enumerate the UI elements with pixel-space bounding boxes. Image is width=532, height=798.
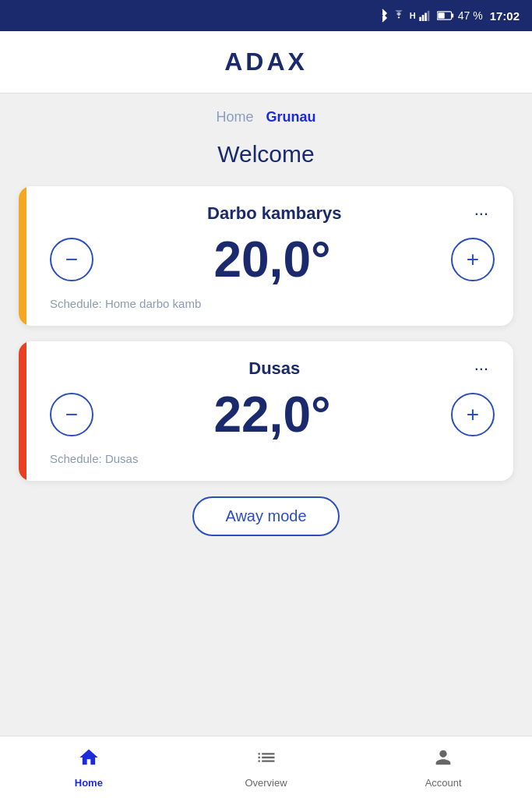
card-controls-darbo: − 20,0° + — [50, 235, 495, 284]
schedule-dusas: Schedule: Dusas — [50, 452, 495, 465]
temp-display-dusas: 22,0° — [213, 390, 330, 440]
increase-temp-dusas[interactable]: + — [451, 393, 495, 436]
card-accent-orange — [19, 341, 26, 481]
temp-display-darbo: 20,0° — [213, 235, 330, 284]
clock: 17:02 — [490, 9, 520, 23]
device-card-dusas: Dusas ··· − 22,0° + Schedule: Dusas — [19, 341, 513, 481]
overview-icon — [255, 747, 277, 774]
device-name-darbo: Darbo kambarys — [81, 203, 468, 224]
bluetooth-icon — [377, 9, 388, 23]
breadcrumb-home[interactable]: Home — [216, 109, 253, 125]
nav-label-home: Home — [75, 777, 103, 789]
away-mode-button[interactable]: Away mode — [192, 496, 339, 536]
signal-bars-icon — [419, 10, 433, 21]
svg-rect-1 — [421, 15, 424, 21]
nav-label-account: Account — [425, 777, 462, 789]
nav-item-account[interactable]: Account — [354, 736, 532, 798]
app-header: ADAX — [0, 31, 532, 94]
nav-item-overview[interactable]: Overview — [178, 736, 355, 798]
increase-temp-darbo[interactable]: + — [451, 238, 495, 281]
decrease-temp-dusas[interactable]: − — [50, 393, 93, 436]
app-logo: ADAX — [224, 48, 308, 76]
signal-h-icon: H — [410, 11, 415, 20]
card-header-dusas: Dusas ··· — [50, 357, 495, 380]
breadcrumb-grunau[interactable]: Grunau — [266, 109, 316, 125]
svg-rect-5 — [451, 13, 453, 17]
decrease-temp-darbo[interactable]: − — [50, 238, 93, 281]
card-accent-yellow — [19, 186, 26, 326]
svg-rect-6 — [438, 12, 444, 19]
card-header-darbo: Darbo kambarys ··· — [50, 202, 495, 225]
nav-item-home[interactable]: Home — [0, 736, 178, 798]
more-options-darbo[interactable]: ··· — [468, 202, 495, 225]
bottom-nav: Home Overview Account — [0, 736, 532, 798]
schedule-darbo: Schedule: Home darbo kamb — [50, 297, 495, 310]
away-mode-container: Away mode — [19, 496, 513, 536]
welcome-title: Welcome — [19, 141, 513, 168]
breadcrumb: Home Grunau — [19, 109, 513, 125]
status-bar: H 47 % 17:02 — [0, 0, 532, 31]
svg-rect-3 — [427, 11, 429, 21]
card-controls-dusas: − 22,0° + — [50, 390, 495, 440]
device-name-dusas: Dusas — [81, 358, 468, 379]
battery-icon — [437, 11, 454, 20]
svg-rect-0 — [419, 17, 421, 21]
main-content: Home Grunau Welcome Darbo kambarys ··· −… — [0, 94, 532, 736]
nav-label-overview: Overview — [245, 777, 287, 789]
svg-rect-2 — [425, 13, 427, 22]
status-icons: H 47 % 17:02 — [377, 9, 520, 23]
device-card-darbo: Darbo kambarys ··· − 20,0° + Schedule: H… — [19, 186, 513, 326]
more-options-dusas[interactable]: ··· — [468, 357, 495, 380]
home-icon — [78, 747, 100, 774]
wifi-icon — [392, 10, 406, 21]
account-icon — [432, 747, 454, 774]
battery-percent: 47 % — [458, 9, 483, 22]
